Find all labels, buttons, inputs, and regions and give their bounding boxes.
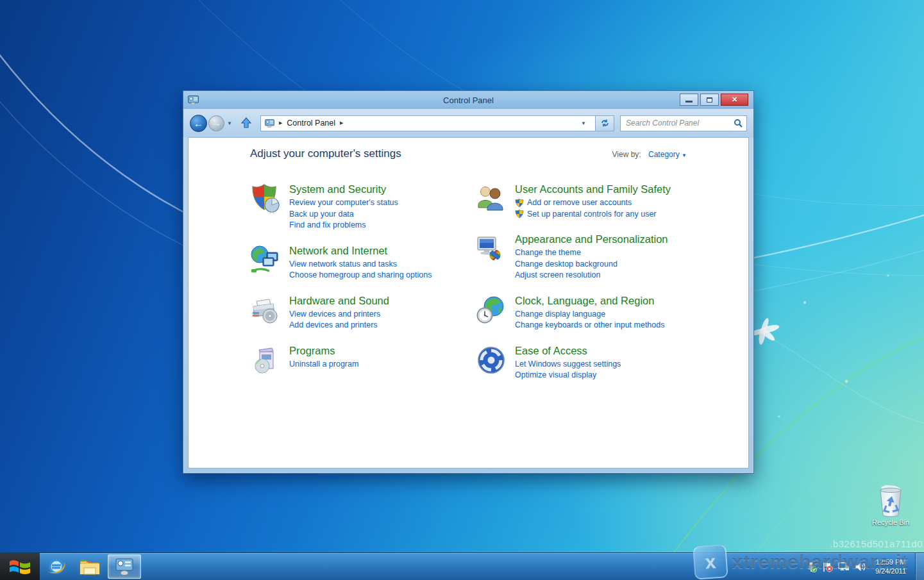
link-change-keyboards[interactable]: Change keyboards or other input methods <box>515 320 664 331</box>
category-network-and-internet: Network and Internet View network status… <box>250 245 476 281</box>
back-arrow-icon: ← <box>194 118 203 129</box>
link-change-desktop-background[interactable]: Change desktop background <box>515 259 668 270</box>
view-by-category-dropdown[interactable]: Category ▼ <box>648 150 687 159</box>
control-panel-window: Control Panel ✕ ← → ▼ ▶ <box>183 90 754 474</box>
category-text: User Accounts and Family Safety Add o <box>515 183 671 220</box>
link-add-devices-printers[interactable]: Add devices and printers <box>289 320 389 331</box>
maximize-button[interactable] <box>700 94 719 106</box>
category-title-link[interactable]: Appearance and Personalization <box>515 233 668 245</box>
link-find-and-fix-problems[interactable]: Find and fix problems <box>289 220 398 231</box>
link-back-up-your-data[interactable]: Back up your data <box>289 209 398 220</box>
view-by: View by: Category ▼ <box>612 150 687 159</box>
recycle-bin-label: Recycle Bin <box>871 518 911 526</box>
category-text: Hardware and Sound View devices and prin… <box>289 295 389 331</box>
category-clock-language-region: Clock, Language, and Region Change displ… <box>476 295 671 331</box>
chevron-down-icon: ▼ <box>682 153 687 158</box>
folder-icon <box>79 558 101 576</box>
programs-icon[interactable] <box>250 345 281 376</box>
uac-shield-icon <box>515 210 524 219</box>
taskbar: 12:59 PM 9/24/2011 <box>0 552 924 580</box>
address-bar[interactable]: ▶ Control Panel ▶ ▼ <box>260 115 595 131</box>
clock-time: 12:59 PM <box>875 558 906 567</box>
up-button[interactable] <box>239 115 254 131</box>
windows-flag-icon <box>9 557 31 576</box>
breadcrumb[interactable]: Control Panel <box>287 119 335 128</box>
address-bar-group: ▶ Control Panel ▶ ▼ <box>260 115 614 131</box>
address-dropdown-icon[interactable]: ▼ <box>576 120 591 126</box>
volume-tray-icon[interactable] <box>854 561 866 572</box>
system-tray: 12:59 PM 9/24/2011 <box>806 553 915 580</box>
category-title-link[interactable]: System and Security <box>289 183 398 195</box>
link-label: Set up parental controls for any user <box>527 209 657 220</box>
category-title-link[interactable]: Clock, Language, and Region <box>515 295 664 307</box>
search-box <box>620 115 747 131</box>
category-title-link[interactable]: Network and Internet <box>289 245 432 257</box>
back-button[interactable]: ← <box>190 115 207 132</box>
category-title-link[interactable]: User Accounts and Family Safety <box>515 183 671 195</box>
link-set-up-parental-controls[interactable]: Set up parental controls for any user <box>515 209 671 220</box>
link-uninstall-a-program[interactable]: Uninstall a program <box>289 359 358 370</box>
link-view-network-status[interactable]: View network status and tasks <box>289 259 432 270</box>
appearance-personalization-icon[interactable] <box>476 233 507 264</box>
network-tray-icon[interactable] <box>838 561 850 572</box>
hardware-and-sound-icon[interactable] <box>250 295 281 326</box>
window-controls: ✕ <box>680 94 748 106</box>
page-title: Adjust your computer's settings <box>250 147 401 160</box>
maximize-icon <box>707 97 712 103</box>
category-title-link[interactable]: Programs <box>289 345 358 357</box>
action-center-tray-icon[interactable] <box>822 561 834 572</box>
show-desktop-button[interactable] <box>915 553 924 580</box>
link-change-the-theme[interactable]: Change the theme <box>515 247 668 259</box>
category-ease-of-access: Ease of Access Let Windows suggest setti… <box>476 345 671 381</box>
ease-of-access-icon[interactable] <box>476 345 507 376</box>
up-arrow-icon <box>240 117 252 129</box>
user-accounts-icon[interactable] <box>476 183 507 214</box>
clock-language-region-icon[interactable] <box>476 295 507 326</box>
link-choose-homegroup[interactable]: Choose homegroup and sharing options <box>289 270 432 281</box>
link-optimize-visual-display[interactable]: Optimize visual display <box>515 370 621 381</box>
refresh-button[interactable] <box>595 115 614 131</box>
control-panel-taskbar-button[interactable] <box>108 554 141 579</box>
link-label: Add or remove user accounts <box>527 197 632 209</box>
link-change-display-language[interactable]: Change display language <box>515 309 664 320</box>
uac-shield-icon <box>515 199 524 208</box>
link-view-devices-printers[interactable]: View devices and printers <box>289 309 389 320</box>
forward-button[interactable]: → <box>208 115 224 131</box>
category-appearance-personalization: Appearance and Personalization Change th… <box>476 233 671 281</box>
category-text: Clock, Language, and Region Change displ… <box>515 295 664 331</box>
network-and-internet-icon[interactable] <box>250 245 281 276</box>
recycle-bin[interactable]: Recycle Bin <box>871 485 911 526</box>
link-add-remove-user-accounts[interactable]: Add or remove user accounts <box>515 197 671 209</box>
close-button[interactable]: ✕ <box>721 94 748 106</box>
minimize-button[interactable] <box>680 94 698 106</box>
left-column: System and Security Review your computer… <box>250 183 476 395</box>
category-title-link[interactable]: Ease of Access <box>515 345 621 357</box>
start-button[interactable] <box>0 553 40 580</box>
minimize-icon <box>685 101 693 103</box>
content-header: Adjust your computer's settings View by:… <box>250 147 687 160</box>
file-explorer-taskbar-button[interactable] <box>73 553 106 580</box>
link-adjust-screen-resolution[interactable]: Adjust screen resolution <box>515 270 668 281</box>
navigation-bar: ← → ▼ ▶ Control Panel ▶ ▼ <box>183 109 753 137</box>
system-and-security-icon[interactable] <box>250 183 281 214</box>
search-input[interactable] <box>625 118 734 128</box>
search-icon[interactable] <box>734 119 743 128</box>
breadcrumb-arrow-icon[interactable]: ▶ <box>340 120 343 126</box>
category-hardware-and-sound: Hardware and Sound View devices and prin… <box>250 295 476 331</box>
category-title-link[interactable]: Hardware and Sound <box>289 295 389 307</box>
titlebar[interactable]: Control Panel ✕ <box>183 91 753 109</box>
recent-pages-chevron-icon[interactable]: ▼ <box>227 120 232 126</box>
recycle-bin-icon <box>876 485 905 518</box>
category-text: Ease of Access Let Windows suggest setti… <box>515 345 621 381</box>
taskbar-clock[interactable]: 12:59 PM 9/24/2011 <box>870 558 911 576</box>
usb-device-tray-icon[interactable] <box>806 561 818 572</box>
build-watermark: .b32615d501a711d0 <box>830 538 923 549</box>
link-let-windows-suggest-settings[interactable]: Let Windows suggest settings <box>515 359 621 370</box>
category-text: Programs Uninstall a program <box>289 345 358 376</box>
view-by-label: View by: <box>612 150 641 159</box>
breadcrumb-arrow-icon[interactable]: ▶ <box>279 120 282 126</box>
link-review-computer-status[interactable]: Review your computer's status <box>289 197 398 209</box>
category-text: Appearance and Personalization Change th… <box>515 233 668 281</box>
internet-explorer-taskbar-button[interactable] <box>40 553 73 580</box>
window-title: Control Panel <box>183 95 753 105</box>
